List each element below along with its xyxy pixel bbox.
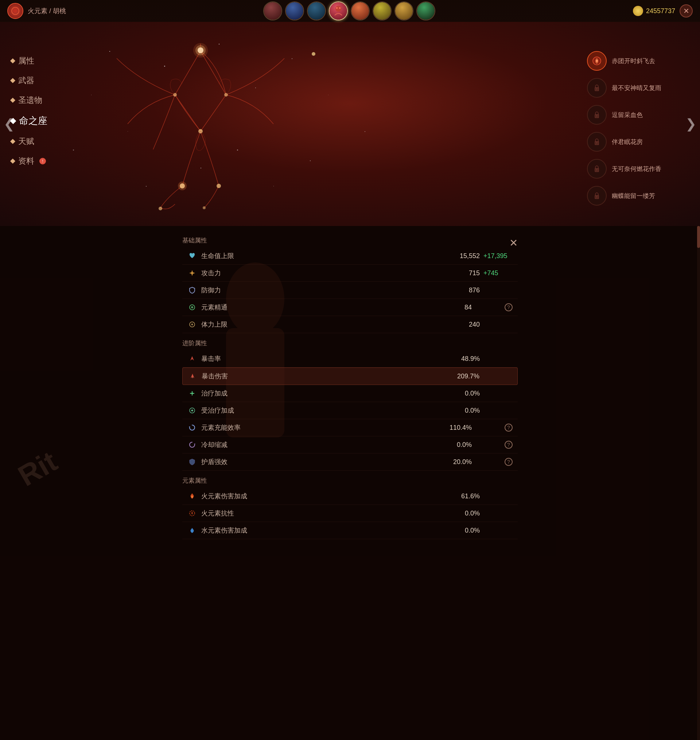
stat-row-stamina: 体力上限 240 xyxy=(182,316,518,333)
sidebar-label-constellation: 命之座 xyxy=(19,115,47,127)
stat-value-hydro-dmg: 0.0% xyxy=(465,527,480,534)
game-icon xyxy=(7,3,24,19)
char-avatar-2[interactable] xyxy=(285,1,304,21)
stat-name-crit-rate: 暴击率 xyxy=(201,354,461,363)
constellation-skill-list: 赤团开时斜飞去 最不安神晴又复雨 逗留采血色 xyxy=(587,51,689,206)
recv-heal-icon xyxy=(187,406,197,415)
shield-strength-icon xyxy=(187,457,197,467)
section-element-title: 元素属性 xyxy=(182,476,518,485)
stat-bonus-atk: +745 xyxy=(484,269,513,277)
nav-left-button[interactable]: ❮ xyxy=(4,116,15,132)
character-tabs xyxy=(73,1,626,21)
char-avatar-7[interactable] xyxy=(394,1,413,21)
skill-icon-3 xyxy=(587,105,607,125)
stat-name-pyro-dmg: 火元素伤害加成 xyxy=(201,492,461,501)
stat-row-pyro-res: 火元素抗性 0.0% xyxy=(182,505,518,522)
sidebar-item-profile[interactable]: 资料 ! xyxy=(0,151,80,171)
svg-point-26 xyxy=(596,115,597,117)
stat-value-er: 110.4% xyxy=(450,424,472,432)
sidebar-item-attributes[interactable]: 属性 xyxy=(0,51,80,71)
stats-scrollbar-track xyxy=(697,226,700,740)
stat-row-pyro-dmg: 火元素伤害加成 61.6% xyxy=(182,488,518,505)
diamond-icon xyxy=(10,139,15,144)
em-icon xyxy=(187,302,197,312)
sidebar-item-weapon[interactable]: 武器 xyxy=(0,71,80,90)
char-avatar-1[interactable] xyxy=(263,1,282,21)
hydro-dmg-icon xyxy=(187,526,197,535)
er-help-button[interactable]: ? xyxy=(504,424,513,432)
sidebar-item-talents[interactable]: 天赋 xyxy=(0,132,80,151)
stat-value-em: 84 xyxy=(465,304,472,311)
skill-name-2: 最不安神晴又复雨 xyxy=(612,84,661,92)
stat-row-shield: 护盾强效 20.0% ? xyxy=(182,454,518,471)
char-avatar-8[interactable] xyxy=(416,1,435,21)
crit-rate-icon xyxy=(187,354,197,363)
constellation-skill-2[interactable]: 最不安神晴又复雨 xyxy=(587,78,689,98)
crit-dmg-icon xyxy=(188,371,197,381)
stat-name-hydro-dmg: 水元素伤害加成 xyxy=(201,526,465,535)
gold-amount: 24557737 xyxy=(646,7,675,15)
section-advanced-title: 进阶属性 xyxy=(182,339,518,347)
char-avatar-6[interactable] xyxy=(373,1,391,21)
svg-point-28 xyxy=(596,142,597,144)
svg-point-18 xyxy=(216,184,221,188)
stat-row-crit-rate: 暴击率 48.9% xyxy=(182,350,518,367)
sidebar-label-artifacts: 圣遗物 xyxy=(18,95,42,106)
svg-point-1 xyxy=(335,6,341,12)
skill-icon-5 xyxy=(587,159,607,179)
stat-name-pyro-res: 火元素抗性 xyxy=(201,509,465,518)
cd-help-button[interactable]: ? xyxy=(504,441,513,449)
svg-point-32 xyxy=(596,196,597,198)
sidebar: 属性 武器 圣遗物 命之座 天赋 资料 ! xyxy=(0,44,80,178)
shield-help-button[interactable]: ? xyxy=(504,458,513,466)
stat-row-hp: 生命值上限 15,552 +17,395 xyxy=(182,248,518,265)
stat-name-shield: 护盾强效 xyxy=(201,458,453,466)
sidebar-item-artifacts[interactable]: 圣遗物 xyxy=(0,90,80,110)
svg-point-17 xyxy=(178,182,187,190)
diamond-icon xyxy=(10,58,15,63)
char-avatar-3[interactable] xyxy=(307,1,326,21)
sidebar-label-profile: 资料 xyxy=(18,156,34,167)
sidebar-label-talents: 天赋 xyxy=(18,136,34,147)
stat-row-crit-dmg: 暴击伤害 209.7% xyxy=(182,367,518,385)
stat-row-em: 元素精通 84 ? xyxy=(182,299,518,316)
stat-name-recv-heal: 受治疗加成 xyxy=(201,406,465,415)
close-button[interactable]: ✕ xyxy=(679,4,693,18)
constellation-skill-6[interactable]: 幽蝶能留一缕芳 xyxy=(587,186,689,206)
char-avatar-5[interactable] xyxy=(351,1,370,21)
stat-value-crit-rate: 48.9% xyxy=(461,355,480,363)
stat-bonus-hp: +17,395 xyxy=(484,252,513,260)
stats-scrollbar-thumb[interactable] xyxy=(697,226,700,248)
stat-name-heal: 治疗加成 xyxy=(201,389,465,398)
nav-right-button[interactable]: ❯ xyxy=(685,116,696,132)
constellation-skill-1[interactable]: 赤团开时斜飞去 xyxy=(587,51,689,71)
char-avatar-4-hutao[interactable] xyxy=(329,1,348,21)
constellation-skill-5[interactable]: 无可奈何燃花作香 xyxy=(587,159,689,179)
svg-point-11 xyxy=(193,43,208,57)
constellation-skill-3[interactable]: 逗留采血色 xyxy=(587,105,689,125)
svg-point-30 xyxy=(596,169,597,170)
diamond-icon xyxy=(10,159,15,164)
stat-name-hp: 生命值上限 xyxy=(201,251,460,260)
svg-point-36 xyxy=(191,306,193,308)
skill-icon-1 xyxy=(587,51,607,71)
em-help-button[interactable]: ? xyxy=(504,303,513,311)
stat-value-hp: 15,552 xyxy=(460,252,480,260)
svg-point-24 xyxy=(596,88,597,90)
er-icon xyxy=(187,423,197,432)
hp-icon xyxy=(187,251,197,261)
constellation-skill-4[interactable]: 伴君眠花房 xyxy=(587,132,689,152)
svg-line-8 xyxy=(200,95,226,131)
stat-name-er: 元素充能效率 xyxy=(201,423,450,432)
skill-name-4: 伴君眠花房 xyxy=(612,138,643,146)
skill-icon-6 xyxy=(587,186,607,206)
constellation-drawing xyxy=(73,22,328,226)
heal-icon xyxy=(187,389,197,398)
pyro-res-icon xyxy=(187,508,197,518)
svg-line-5 xyxy=(200,51,226,95)
stat-row-cd: 冷却缩减 0.0% ? xyxy=(182,436,518,454)
def-icon xyxy=(187,285,197,295)
stat-value-cd: 0.0% xyxy=(457,441,472,449)
svg-point-2 xyxy=(336,7,338,9)
stat-value-atk: 715 xyxy=(469,269,480,277)
